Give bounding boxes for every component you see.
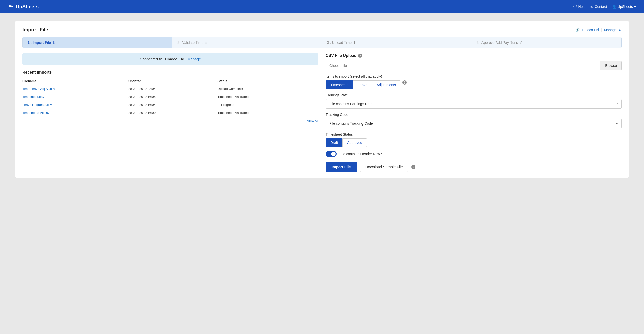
header-row-label: File contains Header Row? [340,152,382,156]
view-all-link[interactable]: View All [307,119,318,123]
main-card: Import File 🔗 Timeco Ltd | Manage ↻ 1 : … [15,21,629,178]
status-cell: Timesheets Validated [218,93,318,101]
filename-link[interactable]: Time Leave Adj All.csv [22,87,55,91]
timesheets-button[interactable]: Timesheets [326,80,353,89]
page-header-right: 🔗 Timeco Ltd | Manage ↻ [575,28,622,32]
status-cell: Upload Complete [218,85,318,93]
connected-prefix: Connected to: [140,57,163,61]
top-navigation: UpSheets ⓘ Help ✉ Contact 👤 UpSheets ▾ [0,0,644,13]
filename-cell: Timesheets All.csv [22,109,128,117]
table-row: Time latest.csv 28-Jan-2019 16:05 Timesh… [22,93,318,101]
step-3-label: 3 : Upload Time [327,40,352,45]
step-2[interactable]: 2 : Validate Time ≡ [172,37,322,48]
connected-banner: Connected to: Timeco Ltd | Manage [22,53,318,65]
status-cell: In Progress [218,101,318,109]
help-link[interactable]: ⓘ Help [573,4,585,9]
user-icon: 👤 [612,5,616,9]
company-link[interactable]: Timeco Ltd [582,28,599,32]
header-row-toggle[interactable] [326,151,337,157]
file-input-row: Browse [326,61,622,70]
browse-button[interactable]: Browse [600,61,621,70]
mail-icon: ✉ [590,5,593,9]
action-row: Import File Download Sample File ? [326,162,622,172]
col-updated: Updated [128,78,218,85]
filename-cell: Leave Requests.csv [22,101,128,109]
list-icon: ≡ [205,40,207,45]
draft-button[interactable]: Draft [326,138,342,147]
items-toggle-group: Timesheets Leave Adjustments ? [326,80,622,89]
page-title: Import File [22,27,48,33]
tracking-code-select[interactable]: File contains Tracking Code Use Default … [326,119,622,128]
contact-link[interactable]: ✉ Contact [590,5,607,9]
table-row: Leave Requests.csv 28-Jan-2019 16:04 In … [22,101,318,109]
filename-cell: Time Leave Adj All.csv [22,85,128,93]
filename-link[interactable]: Leave Requests.csv [22,103,52,107]
upload-icon: ⬆ [353,40,356,45]
step-3[interactable]: 3 : Upload Time ⬆ [322,37,472,48]
step-4-label: 4 : Approve/Add Pay Runs [477,40,518,45]
col-status: Status [218,78,318,85]
check-icon: ✔ [519,40,522,45]
table-row: Timesheets All.csv 28-Jan-2019 16:00 Tim… [22,109,318,117]
view-all[interactable]: View All [22,119,318,123]
filename-cell: Time latest.csv [22,93,128,101]
filename-link[interactable]: Timesheets All.csv [22,111,49,115]
content-grid: Connected to: Timeco Ltd | Manage Recent… [22,53,622,172]
timesheet-status-label: Timesheet Status [326,132,622,136]
download-help-icon[interactable]: ? [411,165,415,169]
leave-button[interactable]: Leave [353,80,372,89]
user-menu[interactable]: 👤 UpSheets ▾ [612,5,636,9]
updated-cell: 28-Jan-2019 16:00 [128,109,218,117]
csv-help-icon[interactable]: ? [358,54,362,58]
status-toggle-group: Draft Approved [326,138,622,147]
import-file-button[interactable]: Import File [326,162,357,172]
earnings-rate-select[interactable]: File contains Earnings Rate Use Default … [326,99,622,109]
updated-cell: 28-Jan-2019 16:04 [128,101,218,109]
file-input[interactable] [326,61,600,70]
table-row: Time Leave Adj All.csv 28-Jan-2019 22:04… [22,85,318,93]
recent-imports-section: Recent Imports Filename Updated Status T [22,70,318,123]
earnings-rate-label: Earnings Rate [326,93,622,97]
brand-logo[interactable]: UpSheets [8,4,39,10]
connected-manage-link[interactable]: Manage [187,57,201,61]
filename-link[interactable]: Time latest.csv [22,95,44,99]
brand-name: UpSheets [16,4,39,10]
left-panel: Connected to: Timeco Ltd | Manage Recent… [22,53,318,172]
header-row-toggle-row: File contains Header Row? [326,151,622,157]
recent-imports-title: Recent Imports [22,70,318,75]
topnav-actions: ⓘ Help ✉ Contact 👤 UpSheets ▾ [573,4,636,9]
right-panel: CSV File Upload ? Browse Items to import… [326,53,622,172]
link-icon: 🔗 [575,28,580,32]
adjustments-button[interactable]: Adjustments [372,80,400,89]
csv-upload-title: CSV File Upload ? [326,53,622,58]
step-2-label: 2 : Validate Time [177,40,203,45]
chevron-down-icon: ▾ [634,5,636,9]
steps-bar: 1 : Import File ⬇ 2 : Validate Time ≡ 3 … [22,37,622,48]
items-label: Items to import (select all that apply) [326,74,622,78]
page-header: Import File 🔗 Timeco Ltd | Manage ↻ [22,27,622,33]
imports-table: Filename Updated Status Time Leave Adj A… [22,78,318,117]
updated-cell: 28-Jan-2019 22:04 [128,85,218,93]
manage-link[interactable]: Manage [604,28,617,32]
download-icon: ⬇ [52,40,55,45]
connected-company: Timeco Ltd [164,57,184,61]
col-filename: Filename [22,78,128,85]
items-help-icon[interactable]: ? [403,80,407,85]
timesheet-status-section: Timesheet Status Draft Approved [326,132,622,147]
step-1-label: 1 : Import File [28,40,51,45]
step-1[interactable]: 1 : Import File ⬇ [23,37,172,48]
help-icon: ⓘ [573,4,577,9]
status-cell: Timesheets Validated [218,109,318,117]
refresh-icon[interactable]: ↻ [619,28,622,32]
approved-button[interactable]: Approved [342,138,367,147]
tracking-code-label: Tracking Code [326,113,622,117]
download-sample-button[interactable]: Download Sample File [360,162,408,172]
updated-cell: 28-Jan-2019 16:05 [128,93,218,101]
step-4[interactable]: 4 : Approve/Add Pay Runs ✔ [472,37,621,48]
